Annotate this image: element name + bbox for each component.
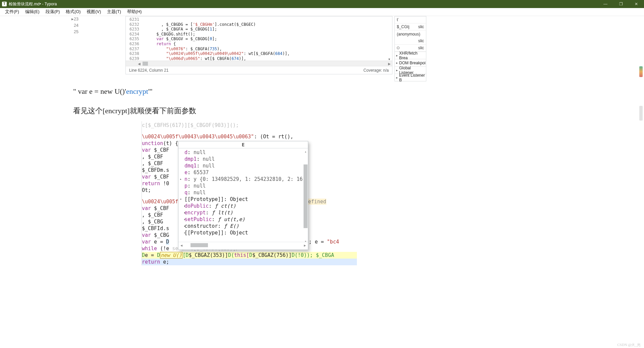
tooltip-row[interactable]: e: 65537 bbox=[184, 169, 306, 176]
scroll-left-icon[interactable]: ◀ bbox=[137, 61, 142, 66]
window-title: 检验滑块流程.md• - Typora bbox=[9, 1, 57, 7]
text: '" bbox=[148, 87, 153, 95]
tooltip-row[interactable]: ▸ doPublic: ƒ ct(t) bbox=[184, 203, 306, 209]
menu-paragraph[interactable]: 段落(P) bbox=[43, 8, 63, 15]
code-line: c[$_CBFHS(617)][$_CBGOF(903)](); bbox=[142, 122, 357, 129]
document-content: ▸23 24 25 6231 6232 6233 6234 6235 6236 … bbox=[0, 16, 644, 348]
scroll-right-icon[interactable]: ▶ bbox=[387, 61, 392, 66]
paragraph-chinese[interactable]: 看见这个[encrypt]就顺便看下前面参数 bbox=[73, 106, 196, 116]
scroll-right-icon[interactable]: ▶ bbox=[302, 242, 308, 248]
section-event-listeners[interactable]: Event Listener B bbox=[395, 74, 426, 81]
coverage-label: Coverage: n/a bbox=[364, 68, 389, 73]
scroll-left-icon[interactable]: ◀ bbox=[178, 242, 184, 248]
debug-tooltip[interactable]: E d: nulldmp1: nulldmq1: nulle: 65537▸n:… bbox=[178, 141, 308, 250]
gutter-line: 6238 bbox=[126, 51, 139, 56]
code-line: "\u0024\u005f\u0042\u0049\u0042": wt[$_C… bbox=[142, 51, 290, 56]
window-controls: — ❐ ✕ bbox=[598, 0, 644, 8]
tooltip-h-scrollbar[interactable]: ◀ ▶ bbox=[178, 242, 308, 248]
tooltip-row[interactable]: dmp1: null bbox=[184, 156, 306, 162]
gutter-line: 6232 bbox=[126, 22, 139, 27]
callstack-row[interactable]: slic bbox=[395, 38, 426, 45]
menu-edit[interactable]: 编辑(E) bbox=[22, 8, 43, 15]
code-h-scrollbar[interactable]: ◀ ▶ bbox=[126, 61, 392, 66]
fold-line-23[interactable]: ▸23 bbox=[69, 16, 80, 22]
tooltip-row[interactable]: ▸n: y {0: 134982529, 1: 254232810, 2: 16 bbox=[184, 176, 306, 183]
fold-line-24[interactable]: 24 bbox=[69, 22, 80, 29]
menu-file[interactable]: 文件(F) bbox=[2, 8, 22, 15]
tooltip-row[interactable]: ▸ [[Prototype]]: Object bbox=[184, 229, 306, 236]
callstack-row[interactable]: $_CGIjslic bbox=[395, 23, 426, 30]
tooltip-title: E bbox=[178, 141, 308, 148]
right-indicator-icon bbox=[639, 106, 643, 121]
gutter-line: 6231 bbox=[126, 17, 139, 22]
code-line: var $_CBGGV = $_CBGDG[0]; bbox=[142, 37, 217, 41]
new-expression: new U() bbox=[160, 252, 182, 259]
section-xhr[interactable]: XHR/fetch Brea bbox=[395, 52, 426, 59]
code-line: "\u006d\u0065": wt[$_CBGFA(674)], bbox=[142, 56, 246, 61]
gutter-line: 6235 bbox=[126, 37, 139, 42]
scroll-thumb[interactable] bbox=[143, 62, 148, 66]
debug-sidebar: ť $_CGIjslic (anonymous) slic slic XHR/f… bbox=[394, 16, 426, 81]
scroll-up-icon[interactable]: ▴ bbox=[303, 149, 308, 154]
code-gutter: 6231 6232 6233 6234 6235 6236 6237 6238 … bbox=[126, 16, 142, 61]
tooltip-v-scrollbar[interactable]: ▴ ▾ bbox=[303, 149, 308, 243]
tooltip-row[interactable]: ▸ encrypt: ƒ lt(t) bbox=[184, 209, 306, 216]
minimize-button[interactable]: — bbox=[598, 0, 613, 8]
code-line: $_CBGDG.shift(); bbox=[142, 32, 195, 37]
gutter-line: 6234 bbox=[126, 32, 139, 37]
tooltip-row[interactable]: d: null bbox=[184, 149, 306, 156]
menu-format[interactable]: 格式(O) bbox=[63, 8, 84, 15]
tooltip-row[interactable]: p: null bbox=[184, 183, 306, 189]
tooltip-row[interactable]: ▾[[Prototype]]: Object bbox=[184, 196, 306, 203]
code-panel: 6231 6232 6233 6234 6235 6236 6237 6238 … bbox=[125, 16, 392, 74]
code-line: , $_CBGFA = $_CBGDG[1]; bbox=[142, 27, 217, 31]
scroll-thumb[interactable] bbox=[304, 164, 308, 228]
text: " var e = new U()' bbox=[73, 87, 126, 95]
title-bar: T 检验滑块流程.md• - Typora — ❐ ✕ bbox=[0, 0, 644, 8]
gutter-line: 6236 bbox=[126, 42, 139, 47]
code-line: return e; bbox=[142, 259, 357, 265]
app-icon: T bbox=[2, 2, 7, 6]
menu-view[interactable]: 视图(V) bbox=[84, 8, 104, 15]
gutter-line: 6237 bbox=[126, 47, 139, 52]
tooltip-row[interactable]: q: null bbox=[184, 189, 306, 196]
code-line: \u0024\u005f\u0043\u0043\u0045\u0063": (… bbox=[142, 133, 357, 140]
menu-bar: 文件(F) 编辑(E) 段落(P) 格式(O) 视图(V) 主题(T) 帮助(H… bbox=[0, 8, 644, 16]
tooltip-row[interactable]: ▸ constructor: ƒ E() bbox=[184, 223, 306, 229]
tooltip-body[interactable]: d: nulldmp1: nulldmq1: nulle: 65537▸n: y… bbox=[178, 148, 308, 242]
breakpoint-icon bbox=[397, 47, 399, 49]
scroll-thumb[interactable] bbox=[191, 243, 208, 247]
menu-theme[interactable]: 主题(T) bbox=[104, 8, 124, 15]
gutter-line: 6233 bbox=[126, 27, 139, 32]
fold-column: ▸23 24 25 bbox=[69, 16, 80, 35]
right-indicator-icon bbox=[639, 66, 643, 77]
watermark: CSDN @火_光 bbox=[614, 342, 644, 348]
cursor-position: Line 6224, Column 21 bbox=[129, 68, 168, 73]
code-area[interactable]: , $_CBGDG = ['$_CBGHm'].concat($_CBGEC) … bbox=[142, 16, 392, 61]
code-line: , $_CBGDG = ['$_CBGHm'].concat($_CBGEC) bbox=[142, 22, 256, 27]
callstack-row[interactable]: ť bbox=[395, 16, 426, 23]
maximize-button[interactable]: ❐ bbox=[613, 0, 629, 8]
code-line: "\u0076": $_CBGFA(735), bbox=[142, 47, 222, 51]
encrypt-link[interactable]: encrypt bbox=[126, 87, 148, 95]
paragraph-expression[interactable]: " var e = new U()'encrypt'" bbox=[73, 87, 153, 96]
gutter-line: 6239 bbox=[126, 56, 139, 61]
code-line: return { bbox=[142, 42, 176, 46]
fold-line-25[interactable]: 25 bbox=[69, 29, 80, 35]
current-line: De = Dnew U()[D$_CBGAZ(353)]D(this[D$_CB… bbox=[142, 252, 357, 259]
tooltip-row[interactable]: dmq1: null bbox=[184, 162, 306, 169]
callstack-row[interactable]: (anonymous) bbox=[395, 30, 426, 38]
menu-help[interactable]: 帮助(H) bbox=[124, 8, 145, 15]
tooltip-row[interactable]: ▸ setPublic: ƒ ut(t,e) bbox=[184, 216, 306, 223]
code-status-bar: Line 6224, Column 21 Coverage: n/a bbox=[126, 66, 392, 74]
close-button[interactable]: ✕ bbox=[629, 0, 644, 8]
